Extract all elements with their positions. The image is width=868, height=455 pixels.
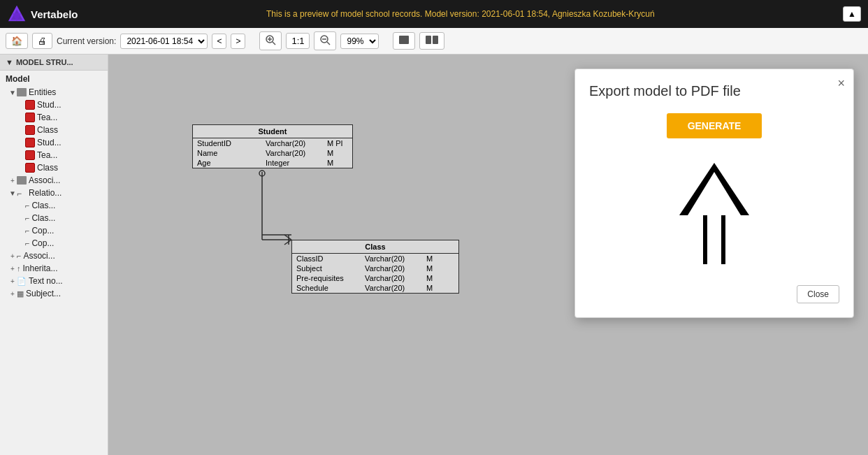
export-modal: × Export model to PDF file GENERATE xyxy=(574,68,854,318)
modal-title: Export model to PDF file xyxy=(589,83,839,99)
cop2-relation-icon: ⌐ xyxy=(25,239,29,247)
stud1-entity-icon xyxy=(25,100,35,110)
class1-label: Class xyxy=(37,125,58,135)
clas3-label: Clas... xyxy=(31,201,55,210)
vertabelo-logo-icon xyxy=(7,4,27,24)
expand-entities-icon: ▼ xyxy=(8,89,17,96)
sidebar-item-inherita[interactable]: + ↑ Inherita... xyxy=(0,262,108,275)
sidebar-item-tea1[interactable]: Tea... xyxy=(0,111,108,124)
tea2-entity-icon xyxy=(25,150,35,160)
svg-rect-12 xyxy=(433,36,438,44)
sidebar-item-cop1[interactable]: ⌐ Cop... xyxy=(0,224,108,237)
up-arrow-svg xyxy=(672,159,756,271)
sidebar-item-class2[interactable]: Class xyxy=(0,161,108,174)
entities-label: Entities xyxy=(29,87,56,97)
sidebar-title: MODEL STRU... xyxy=(16,58,73,66)
home-button[interactable]: 🏠 xyxy=(6,33,28,49)
cop2-label: Cop... xyxy=(31,238,54,248)
tea2-label: Tea... xyxy=(37,150,57,160)
version-select[interactable]: 2021-06-01 18:54 xyxy=(120,34,208,49)
clas4-label: Clas... xyxy=(31,213,55,223)
sidebar: ▼ MODEL STRU... Model ▼ Entities Stud...… xyxy=(0,55,108,455)
zoom-in-icon xyxy=(265,34,276,45)
zoom-select[interactable]: 99% xyxy=(340,34,379,49)
subject-label: Subject... xyxy=(26,289,61,298)
class2-entity-icon xyxy=(25,163,35,173)
sidebar-item-clas3[interactable]: ⌐ Clas... xyxy=(0,199,108,212)
inherita-label: Inherita... xyxy=(23,263,58,273)
close-button[interactable]: Close xyxy=(797,285,839,303)
textno-label: Text no... xyxy=(29,276,63,286)
sidebar-item-associ2[interactable]: + ⌐ Associ... xyxy=(0,250,108,262)
cop1-label: Cop... xyxy=(31,226,54,236)
logo-text: Vertabelo xyxy=(31,8,78,20)
associ2-label: Associ... xyxy=(23,251,55,261)
class2-label: Class xyxy=(37,163,58,173)
print-button[interactable]: 🖨 xyxy=(32,33,52,49)
svg-rect-11 xyxy=(426,36,431,44)
main-layout: ▼ MODEL STRU... Model ▼ Entities Stud...… xyxy=(0,55,868,455)
generate-button[interactable]: GENERATE xyxy=(667,113,762,138)
clas4-relation-icon: ⌐ xyxy=(25,214,29,222)
sidebar-item-stud1[interactable]: Stud... xyxy=(0,99,108,111)
modal-footer: Close xyxy=(589,285,839,303)
cop1-relation-icon: ⌐ xyxy=(25,226,29,235)
modal-overlay: × Export model to PDF file GENERATE xyxy=(108,55,868,455)
zoom-out-button[interactable] xyxy=(314,31,336,50)
relatio1-label: Relatio... xyxy=(29,188,62,198)
preview-message: This is a preview of model school record… xyxy=(87,9,835,19)
svg-rect-10 xyxy=(399,36,409,44)
single-view-button[interactable] xyxy=(393,32,415,50)
tea1-entity-icon xyxy=(25,113,35,122)
sidebar-item-clas4[interactable]: ⌐ Clas... xyxy=(0,212,108,224)
stud2-label: Stud... xyxy=(37,138,62,147)
sidebar-item-associ1[interactable]: + Associ... xyxy=(0,174,108,187)
sidebar-item-relatio1[interactable]: ▼ ⌐ Relatio... xyxy=(0,187,108,199)
subject-icon: ▦ xyxy=(17,289,24,298)
logo-area: Vertabelo xyxy=(7,4,78,24)
modal-close-button[interactable]: × xyxy=(837,76,845,91)
entities-folder-icon xyxy=(17,88,27,96)
back-button[interactable]: < xyxy=(212,34,226,49)
back-icon: < xyxy=(217,36,222,46)
textno-icon: 📄 xyxy=(17,277,27,286)
tree-root: Model xyxy=(0,71,108,86)
zoom-in-button[interactable] xyxy=(259,31,282,50)
relatio1-folder-icon: ⌐ xyxy=(17,189,27,197)
svg-line-8 xyxy=(327,42,330,45)
associ1-label: Associ... xyxy=(29,175,60,185)
zoom-reset-button[interactable]: 1:1 xyxy=(286,33,310,49)
forward-icon: > xyxy=(236,36,240,46)
version-label: Current version: xyxy=(57,36,116,46)
expand-icon: ▲ xyxy=(848,9,856,19)
svg-line-4 xyxy=(273,42,275,45)
associ2-relation-icon: ⌐ xyxy=(17,252,21,260)
sidebar-item-cop2[interactable]: ⌐ Cop... xyxy=(0,237,108,250)
single-view-icon xyxy=(398,35,410,45)
sidebar-item-stud2[interactable]: Stud... xyxy=(0,136,108,149)
split-view-button[interactable] xyxy=(419,32,444,50)
sidebar-header: ▼ MODEL STRU... xyxy=(0,55,108,71)
canvas-area: Student StudentID Varchar(20) M PI Name … xyxy=(108,55,868,455)
toolbar: 🏠 🖨 Current version: 2021-06-01 18:54 < … xyxy=(0,28,868,55)
forward-button[interactable]: > xyxy=(231,34,245,49)
zoom-reset-label: 1:1 xyxy=(291,36,304,46)
class1-entity-icon xyxy=(25,125,35,135)
expand-button[interactable]: ▲ xyxy=(843,6,861,22)
tea1-label: Tea... xyxy=(37,113,57,122)
svg-rect-22 xyxy=(707,210,721,264)
stud1-label: Stud... xyxy=(37,100,62,110)
stud2-entity-icon xyxy=(25,138,35,147)
clas3-relation-icon: ⌐ xyxy=(25,201,29,210)
arrow-annotation xyxy=(589,159,839,271)
sidebar-item-tea2[interactable]: Tea... xyxy=(0,149,108,161)
sidebar-item-subject[interactable]: + ▦ Subject... xyxy=(0,287,108,300)
sidebar-item-entities[interactable]: ▼ Entities xyxy=(0,86,108,99)
sidebar-collapse-icon[interactable]: ▼ xyxy=(6,58,13,66)
split-view-icon xyxy=(425,35,439,45)
zoom-out-icon xyxy=(319,34,331,45)
sidebar-item-class1[interactable]: Class xyxy=(0,124,108,136)
associ1-folder-icon xyxy=(17,176,27,185)
sidebar-item-textno[interactable]: + 📄 Text no... xyxy=(0,275,108,287)
top-bar: Vertabelo This is a preview of model sch… xyxy=(0,0,868,28)
